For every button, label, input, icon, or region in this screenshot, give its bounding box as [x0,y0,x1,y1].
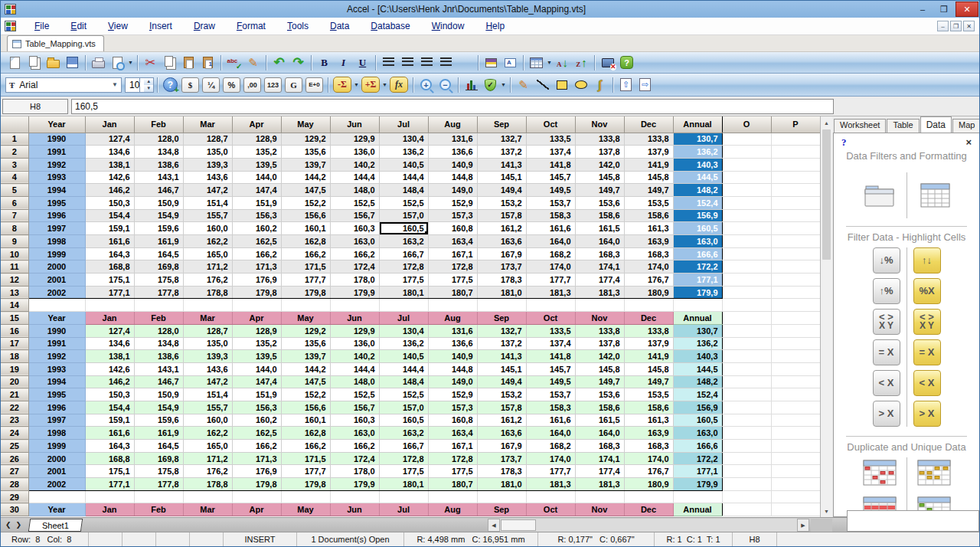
cell-jan-1993[interactable]: 142,6 [85,171,134,184]
cell-nov-1993[interactable]: 145,8 [575,362,624,375]
cell-nov-1996[interactable]: 158,6 [575,401,624,414]
cell-feb-2000[interactable]: 169,8 [134,260,183,274]
cell-may-1993[interactable]: 144,2 [281,171,330,184]
cell-jan-1994[interactable]: 146,2 [85,375,134,388]
cell-year[interactable]: 2000 [28,452,85,465]
table-header-oct[interactable]: Oct [526,503,575,516]
cell-empty[interactable] [85,490,134,503]
table-header-sep[interactable]: Sep [477,312,526,325]
cell-year[interactable]: 1995 [28,196,85,209]
filter-greater-button[interactable]: > X [873,401,900,427]
row-header-26[interactable]: 26 [1,452,28,465]
row-header-21[interactable]: 21 [1,388,28,401]
new-document-button[interactable] [6,54,24,71]
cell-year[interactable]: 1996 [28,209,85,222]
cell-empty[interactable] [771,196,820,209]
cell-annual-2002[interactable]: 179,9 [673,286,722,299]
cell-dec-1998[interactable]: 163,9 [624,427,673,440]
cell-dec-1997[interactable]: 161,3 [624,414,673,427]
menu-format[interactable]: Format [226,18,276,34]
cell-dec-1999[interactable]: 168,3 [624,247,673,260]
cell-empty[interactable] [722,465,771,478]
copy-button[interactable] [161,54,178,71]
cell-empty[interactable] [722,490,771,503]
row-header-19[interactable]: 19 [1,362,28,375]
cell-jun-1998[interactable]: 163,0 [330,427,379,440]
cell-nov-2001[interactable]: 177,4 [575,274,624,287]
cell-jul-1999[interactable]: 166,7 [379,247,428,260]
cell-nov-1995[interactable]: 153,6 [575,196,624,209]
cell-aug-1996[interactable]: 157,3 [428,401,477,414]
table-header-jan[interactable]: Jan [85,312,134,325]
cell-jul-2001[interactable]: 177,5 [379,274,428,287]
cell-dec-1994[interactable]: 149,7 [624,375,673,388]
document-tab[interactable]: Table_Mapping.vts [7,35,104,51]
cell-dec-1990[interactable]: 133,8 [624,324,673,337]
cell-oct-2000[interactable]: 174,0 [526,260,575,274]
cell-empty[interactable] [183,490,232,503]
cell-feb-1996[interactable]: 154,9 [134,401,183,414]
cell-mar-1998[interactable]: 162,2 [183,235,232,248]
cell-jun-1999[interactable]: 166,2 [330,440,379,453]
close-button[interactable]: ✕ [956,2,978,17]
close-document-button[interactable] [599,54,616,71]
cell-apr-1990[interactable]: 128,9 [232,133,281,146]
cell-aug-1999[interactable]: 167,1 [428,247,477,260]
cell-empty[interactable] [722,414,771,427]
cell-empty[interactable] [771,375,820,388]
cell-empty[interactable] [771,414,820,427]
align-right-button[interactable] [418,54,436,71]
column-header-may[interactable]: May [281,116,330,133]
table-header-annual[interactable]: Annual [673,312,722,325]
cell-sep-1990[interactable]: 132,7 [477,324,526,337]
cell-jul-2002[interactable]: 180,1 [379,286,428,299]
cell-empty[interactable] [771,452,820,465]
cell-empty[interactable] [722,440,771,453]
cell-mar-1993[interactable]: 143,6 [183,171,232,184]
cell-jan-1997[interactable]: 159,1 [85,414,134,427]
scroll-down-icon[interactable]: ▼ [821,505,832,517]
cell-apr-2000[interactable]: 171,3 [232,452,281,465]
cell-nov-2000[interactable]: 174,1 [575,260,624,274]
cell-empty[interactable] [673,490,722,503]
doc-restore-button[interactable]: ❐ [950,21,962,31]
cell-aug-2001[interactable]: 177,5 [428,465,477,478]
cell-feb-1999[interactable]: 164,5 [134,440,183,453]
cell-may-2000[interactable]: 171,5 [281,452,330,465]
cell-year[interactable]: 2000 [28,260,85,274]
column-header-jun[interactable]: Jun [330,116,379,133]
column-header-sep[interactable]: Sep [477,116,526,133]
cell-jun-2001[interactable]: 178,0 [330,465,379,478]
cell-jun-1994[interactable]: 148,0 [330,375,379,388]
cell-may-1997[interactable]: 160,1 [281,222,330,235]
cell-jun-1995[interactable]: 152,5 [330,196,379,209]
cell-annual-1994[interactable]: 148,2 [673,375,722,388]
cell-year[interactable]: 2001 [28,465,85,478]
cell-year[interactable]: 1990 [28,324,85,337]
cell-oct-1994[interactable]: 149,5 [526,184,575,197]
cell-year[interactable]: 1990 [28,133,85,146]
cell-jul-1995[interactable]: 152,5 [379,388,428,401]
cell-nov-1991[interactable]: 137,8 [575,337,624,350]
cell-sep-1994[interactable]: 149,4 [477,184,526,197]
highlight-percent-button[interactable]: %X [913,278,941,304]
spell-check-button[interactable] [225,54,243,71]
cell-oct-2001[interactable]: 177,7 [526,465,575,478]
cell-jul-1997[interactable]: 160,5 [379,414,428,427]
cell-mar-1999[interactable]: 165,0 [183,440,232,453]
cell-oct-2000[interactable]: 174,0 [526,452,575,465]
cell-feb-1999[interactable]: 164,5 [134,247,183,260]
cell-jul-1993[interactable]: 144,4 [379,362,428,375]
table-header-jun[interactable]: Jun [330,503,379,516]
cell-empty[interactable] [477,490,526,503]
cell-jul-1992[interactable]: 140,5 [379,350,428,363]
column-header-o[interactable]: O [722,116,771,133]
cell-annual-1990[interactable]: 130,7 [673,324,722,337]
cell-empty[interactable] [722,196,771,209]
cell-aug-1990[interactable]: 131,6 [428,133,477,146]
cell-dec-2001[interactable]: 176,7 [624,274,673,287]
cell-empty[interactable] [722,222,771,235]
table-header-aug[interactable]: Aug [428,503,477,516]
cell-dec-1995[interactable]: 153,5 [624,388,673,401]
column-header-dec[interactable]: Dec [624,116,673,133]
